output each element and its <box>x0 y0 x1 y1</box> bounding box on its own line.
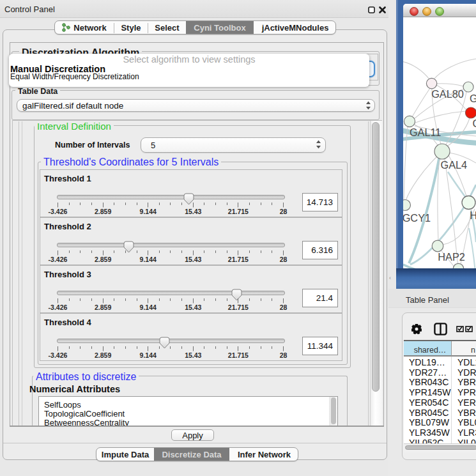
svg-text:GCY1: GCY1 <box>403 212 431 224</box>
svg-text:GAL11: GAL11 <box>410 127 441 138</box>
svg-text:GAL: GAL <box>470 93 476 104</box>
svg-text:GAL4: GAL4 <box>441 159 468 171</box>
svg-text:HAP2: HAP2 <box>438 251 465 263</box>
svg-text:CD: CD <box>473 118 476 129</box>
svg-text:GAL80: GAL80 <box>431 88 464 100</box>
svg-text:H: H <box>470 210 476 221</box>
